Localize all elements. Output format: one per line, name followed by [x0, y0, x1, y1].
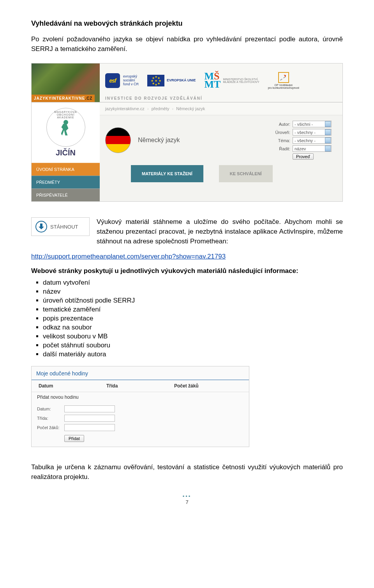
- eu-flag-icon: [147, 75, 164, 86]
- filter-tema-label: Téma:: [275, 138, 290, 143]
- nav-item-contributors[interactable]: PŘISPĚVATELÉ: [32, 188, 100, 201]
- banner-row: JAZYKYINTERAKTIVNE.CZ evropský sociální …: [32, 63, 342, 102]
- opvk-line-1: OP Vzdělávání: [268, 84, 299, 86]
- crumb-1[interactable]: předměty: [152, 106, 169, 111]
- section-heading: Vyhledávání na webových stránkách projek…: [31, 19, 343, 28]
- site-logo-text: JAZYKYINTERAKTIVNE: [34, 96, 85, 100]
- download-badge[interactable]: STÁHNOUT: [31, 217, 90, 236]
- field-pocet-input[interactable]: [64, 424, 115, 431]
- field-pocet-label: Počet žáků:: [37, 425, 64, 430]
- german-flag-icon: [105, 127, 131, 153]
- page-footer: ••• 7: [31, 493, 343, 505]
- list-item: úroveň obtížnosti podle SERRJ: [43, 297, 343, 305]
- col-pocet: Počet žáků: [174, 383, 242, 389]
- list-item: datum vytvoření: [43, 279, 343, 287]
- info-list: datum vytvoření název úroveň obtížnosti …: [31, 279, 343, 358]
- nav-item-home[interactable]: ÚVODNÍ STRÁNKA: [32, 163, 100, 176]
- promethean-link[interactable]: http://support.prometheanplanet.com/serv…: [31, 253, 226, 260]
- filter-uroven-select[interactable]: - všechny -: [293, 129, 332, 136]
- jicin-logo-block: JIČÍN: [32, 102, 100, 163]
- esf-block: evropský sociální fond v ČR: [105, 73, 139, 88]
- crumb-2: Německý jazyk: [176, 106, 205, 111]
- opvk-label: OP Vzdělávání pro konkurenceschopnost: [268, 84, 299, 89]
- add-lesson-heading: Přidat novou hodinu: [32, 392, 249, 401]
- field-trida-input[interactable]: [64, 415, 115, 422]
- intro-paragraph: Po zvolení požadovaného jazyka se objeví…: [31, 35, 343, 54]
- filters-panel: Autor: - všichni - Úroveň: - všechny - T…: [275, 121, 337, 160]
- filter-tema-select[interactable]: - všechny -: [293, 137, 332, 144]
- closing-paragraph: Tabulka je určena k záznamu ověřování, t…: [31, 463, 343, 482]
- site-logo-label: JAZYKYINTERAKTIVNE.CZ: [32, 95, 95, 102]
- esf-line-3: fond v ČR: [123, 83, 139, 86]
- filter-autor-select[interactable]: - všichni -: [293, 121, 332, 127]
- eu-block: EVROPSKÁ UNIE: [147, 75, 196, 86]
- field-trida-label: Třída:: [37, 416, 64, 421]
- add-lesson-form: Datum: Třída: Počet žáků: Přidat: [32, 401, 249, 447]
- crumb-sep-1: ›: [147, 106, 149, 111]
- breadcrumb: jazykyinteraktivne.cz › předměty › Němec…: [100, 102, 342, 115]
- tab-materials[interactable]: MATERIÁLY KE STAŽENÍ: [131, 165, 203, 182]
- download-block: STÁHNOUT Výukový materiál stáhneme a ulo…: [31, 217, 343, 246]
- crumb-sep-2: ›: [172, 106, 174, 111]
- list-item: počet stáhnutí souboru: [43, 342, 343, 349]
- filter-uroven-label: Úroveň:: [275, 130, 290, 135]
- jicin-ring-icon: [46, 108, 85, 147]
- opvk-block: OP Vzdělávání pro konkurenceschopnost: [268, 72, 299, 89]
- eu-label: EVROPSKÁ UNIE: [167, 79, 196, 83]
- aerial-photo: JAZYKYINTERAKTIVNE.CZ: [32, 63, 100, 102]
- filter-radit-select[interactable]: název: [293, 145, 332, 152]
- list-item: odkaz na soubor: [43, 324, 343, 331]
- opvk-line-2: pro konkurenceschopnost: [268, 86, 299, 89]
- subject-row: Německý jazyk Autor: - všichni - Úroveň:…: [100, 115, 342, 165]
- runner-icon: [58, 117, 74, 138]
- add-lesson-submit-button[interactable]: Přidat: [64, 435, 84, 442]
- site-logo-tld: .CZ: [85, 96, 92, 100]
- tab-approval[interactable]: KE SCHVÁLENÍ: [219, 165, 273, 182]
- filter-autor-label: Autor:: [275, 122, 290, 127]
- subject-name: Německý jazyk: [138, 137, 268, 144]
- list-item: další materiály autora: [43, 350, 343, 358]
- list-item: název: [43, 288, 343, 296]
- filter-tema-value: - všechny -: [295, 138, 316, 143]
- crumb-0[interactable]: jazykyinteraktivne.cz: [105, 106, 145, 111]
- jicin-name: JIČÍN: [56, 148, 76, 157]
- esf-text: evropský sociální fond v ČR: [123, 75, 139, 86]
- msmt-line-2: MLÁDEŽE A TĚLOVÝCHOVY: [223, 81, 259, 84]
- nav-item-subjects[interactable]: PŘEDMĚTY: [32, 176, 100, 188]
- website-screenshot: JAZYKYINTERAKTIVNE.CZ evropský sociální …: [31, 63, 343, 202]
- right-column: jazykyinteraktivne.cz › předměty › Němec…: [100, 102, 342, 201]
- list-item: velikost souboru v MB: [43, 333, 343, 340]
- list-intro: Webové stránky poskytují u jednotlivých …: [31, 267, 343, 275]
- filter-uroven-value: - všechny -: [295, 130, 316, 135]
- list-item: tematické zaměření: [43, 306, 343, 313]
- field-datum-label: Datum:: [37, 407, 64, 411]
- footer-dots-icon: •••: [31, 493, 343, 499]
- left-column: JIČÍN ÚVODNÍ STRÁNKA PŘEDMĚTY PŘISPĚVATE…: [32, 102, 100, 201]
- funding-logos-row: evropský sociální fond v ČR EVROPSKÁ UNI…: [105, 67, 337, 95]
- list-item: popis prezentace: [43, 315, 343, 322]
- esf-logo-icon: [105, 73, 120, 88]
- download-label: STÁHNOUT: [50, 224, 78, 230]
- lessons-screenshot: Moje odučené hodiny Datum Třída Počet žá…: [31, 366, 249, 447]
- funding-banner: evropský sociální fond v ČR EVROPSKÁ UNI…: [100, 63, 342, 102]
- filter-radit-value: název: [295, 146, 306, 151]
- filter-submit-button[interactable]: Proveď: [293, 153, 314, 160]
- opvk-icon: [278, 72, 289, 83]
- col-datum: Datum: [39, 383, 106, 389]
- tabs-row: MATERIÁLY KE STAŽENÍ KE SCHVÁLENÍ: [100, 165, 342, 182]
- col-trida: Třída: [106, 383, 174, 389]
- download-arrow-icon: [35, 221, 47, 232]
- msmt-block: MŠMT MINISTERSTVO ŠKOLSTVÍ, MLÁDEŽE A TĚ…: [205, 72, 259, 89]
- filter-autor-value: - všichni -: [295, 122, 313, 127]
- lessons-title: Moje odučené hodiny: [32, 366, 249, 380]
- investice-tagline: INVESTICE DO ROZVOJE VZDĚLÁVÁNÍ: [105, 96, 337, 100]
- msmt-icon: MŠMT: [205, 72, 221, 89]
- field-datum-input[interactable]: [64, 405, 115, 412]
- filter-radit-label: Řadit:: [275, 146, 290, 151]
- left-nav: ÚVODNÍ STRÁNKA PŘEDMĚTY PŘISPĚVATELÉ: [32, 163, 100, 201]
- lessons-table-headers: Datum Třída Počet žáků: [32, 380, 249, 392]
- download-paragraph: Výukový materiál stáhneme a uložíme do s…: [97, 217, 343, 246]
- page-number: 7: [31, 499, 343, 505]
